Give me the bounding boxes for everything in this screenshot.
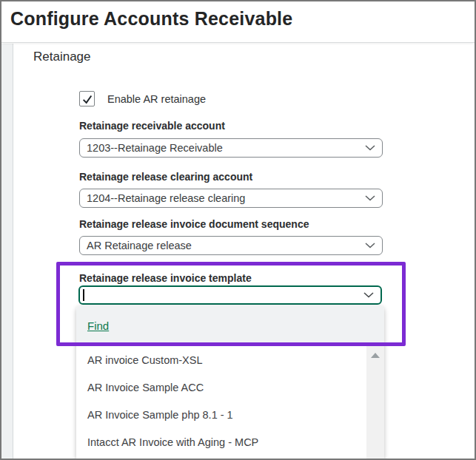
- retainage-receivable-account-label: Retainage receivable account: [79, 120, 225, 132]
- scroll-up-arrow-icon[interactable]: [371, 353, 380, 358]
- text-caret: [83, 289, 84, 301]
- chevron-down-icon[interactable]: [363, 292, 374, 298]
- page-title: Configure Accounts Receivable: [10, 8, 292, 30]
- dropdown-find-row: Find: [76, 305, 384, 346]
- list-item[interactable]: AR Invoice Sample ACC: [76, 373, 366, 401]
- template-dropdown-panel: Find AR invoice Custom-XSL AR Invoice Sa…: [76, 305, 384, 459]
- chevron-down-icon: [365, 145, 375, 151]
- left-gutter: [1, 44, 13, 459]
- select-value: 1204--Retainage release clearing: [87, 192, 245, 204]
- configure-accounts-receivable-window: Configure Accounts Receivable Retainage …: [0, 0, 476, 460]
- retainage-release-invoice-template-label: Retainage release invoice template: [79, 272, 252, 284]
- dropdown-scrollbar[interactable]: [366, 346, 384, 459]
- select-value: AR Retainage release: [87, 240, 192, 251]
- checkmark-icon: [81, 93, 93, 105]
- retainage-receivable-account-select[interactable]: 1203--Retainage Receivable: [79, 138, 383, 158]
- retainage-release-invoice-document-sequence-select[interactable]: AR Retainage release: [79, 236, 383, 255]
- retainage-release-clearing-account-label: Retainage release clearing account: [79, 171, 252, 183]
- template-option-list: AR invoice Custom-XSL AR Invoice Sample …: [76, 346, 366, 459]
- retainage-release-invoice-document-sequence-label: Retainage release invoice document seque…: [79, 218, 309, 230]
- chevron-down-icon: [365, 243, 375, 248]
- enable-ar-retainage-checkbox[interactable]: [79, 91, 95, 106]
- section-heading-retainage: Retainage: [33, 50, 91, 64]
- retainage-release-clearing-account-select[interactable]: 1204--Retainage release clearing: [79, 189, 383, 208]
- enable-ar-retainage-label: Enable AR retainage: [107, 93, 206, 105]
- find-link[interactable]: Find: [87, 319, 109, 332]
- select-value: 1203--Retainage Receivable: [87, 142, 223, 154]
- list-item[interactable]: Intacct AR Invoice with Aging - MCP: [76, 428, 366, 456]
- retainage-release-invoice-template-combobox[interactable]: [78, 285, 382, 305]
- list-item[interactable]: AR invoice Custom-XSL: [76, 346, 366, 373]
- chevron-down-icon: [365, 195, 375, 201]
- list-item[interactable]: AR Invoice Sample php 8.1 - 1: [76, 401, 366, 428]
- title-bar: Configure Accounts Receivable: [1, 1, 475, 43]
